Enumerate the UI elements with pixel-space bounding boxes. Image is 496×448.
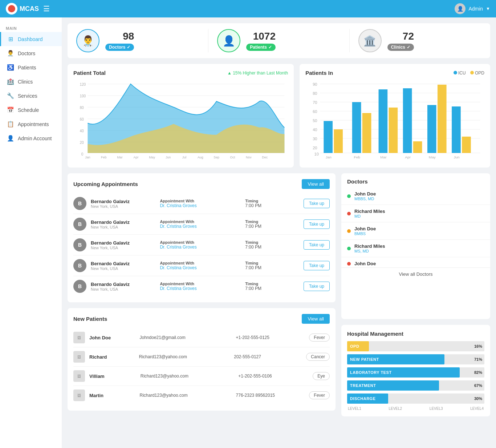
bar-fill: DISCHARGE bbox=[347, 393, 388, 404]
svg-text:Mar: Mar bbox=[117, 156, 122, 159]
take-up-button[interactable]: Take up bbox=[304, 219, 330, 229]
axis-label: LEVEL2 bbox=[389, 407, 402, 411]
bar-bg: LABORATORY TEST 82% bbox=[347, 367, 484, 378]
patient-email: Richard123@yahoo.com bbox=[140, 393, 232, 398]
patient-phone: 202-555-0127 bbox=[234, 354, 302, 359]
patient-total-subtitle: ▲ 15% Higher than Last Month bbox=[227, 70, 288, 76]
icu-legend: ICU bbox=[454, 70, 466, 76]
appt-avatar: B bbox=[73, 197, 86, 210]
appt-with: Appointment With Dr. Cristina Groves bbox=[160, 219, 241, 229]
bar-apr-icu bbox=[403, 88, 412, 153]
bar-fill: NEW PATIENT bbox=[347, 354, 444, 364]
svg-text:40: 40 bbox=[313, 128, 317, 132]
logo-text: MCAS bbox=[20, 5, 39, 13]
new-patients-card: New Patients View all 🖼 John Doe Johndoe… bbox=[68, 308, 336, 411]
sidebar-item-appointments[interactable]: 📋 Appointments bbox=[0, 117, 62, 131]
hamburger-icon[interactable]: ☰ bbox=[43, 4, 50, 13]
sidebar-item-label: Doctors bbox=[18, 51, 35, 56]
sidebar-item-dashboard[interactable]: ⊞ Dashboard bbox=[0, 32, 62, 46]
dropdown-arrow-icon[interactable]: ▼ bbox=[486, 6, 490, 11]
svg-text:20: 20 bbox=[313, 146, 317, 150]
patients-stat-circle: 👤 bbox=[217, 29, 240, 52]
sidebar-item-doctors[interactable]: 👨‍⚕️ Doctors bbox=[0, 46, 62, 60]
bar-jun-icu bbox=[452, 106, 461, 153]
svg-text:Nov: Nov bbox=[246, 156, 252, 159]
topnav-logo: MCAS bbox=[6, 3, 39, 15]
sidebar-item-clinics[interactable]: 🏥 Clinics bbox=[0, 74, 62, 89]
bar-jan-icu bbox=[324, 121, 333, 153]
new-patients-view-all-button[interactable]: View all bbox=[302, 314, 330, 324]
sidebar-item-admin[interactable]: 👤 Admin Account bbox=[0, 131, 62, 145]
patient-condition: Fever bbox=[309, 334, 330, 342]
axis-label: LEVEL1 bbox=[348, 407, 361, 411]
svg-text:May: May bbox=[149, 156, 155, 159]
appointments-title: Upcoming Appointments bbox=[73, 181, 138, 187]
svg-text:Jan: Jan bbox=[85, 156, 90, 159]
bar-feb-icu bbox=[352, 102, 361, 153]
take-up-button[interactable]: Take up bbox=[304, 199, 330, 208]
opd-legend: OPD bbox=[470, 70, 484, 76]
list-item: 🖼 Martin Richard123@yahoo.com 776-2323 8… bbox=[73, 386, 330, 405]
new-patients-list: 🖼 John Doe Johndoe21@gmail.com +1-202-55… bbox=[73, 328, 330, 405]
svg-text:Aug: Aug bbox=[198, 156, 203, 159]
appt-avatar: B bbox=[73, 218, 86, 231]
admin-label: Admin bbox=[468, 6, 483, 12]
bar-axis: LEVEL1 LEVEL2 LEVEL3 LEVEL4 bbox=[347, 407, 484, 411]
sidebar-item-patients[interactable]: ♿ Patients bbox=[0, 60, 62, 74]
take-up-button[interactable]: Take up bbox=[304, 282, 330, 291]
svg-text:Apr: Apr bbox=[134, 156, 139, 159]
list-item: Richard Miles MS, MD bbox=[341, 240, 490, 257]
appt-patient: Bernardo Galaviz New York, USA bbox=[91, 261, 155, 271]
new-patients-title: New Patients bbox=[73, 316, 107, 322]
patient-condition: Eye bbox=[313, 372, 330, 380]
logo-inner bbox=[8, 5, 15, 12]
stat-patients: 👤 1072 Patients ✓ bbox=[217, 29, 349, 52]
take-up-button[interactable]: Take up bbox=[304, 261, 330, 270]
status-dot bbox=[347, 262, 351, 266]
patient-thumb: 🖼 bbox=[73, 370, 85, 382]
bar-bg: DISCHARGE 30% bbox=[347, 393, 484, 404]
view-all-doctors-button[interactable]: View all Doctors bbox=[341, 267, 490, 280]
doctors-list: John Doe MBBS, MD Richard Miles MD bbox=[341, 187, 490, 267]
bar-apr-opd bbox=[413, 141, 422, 153]
bar-row-opd: OPD 16% bbox=[347, 341, 484, 351]
patients-in-svg: 90 80 70 60 50 40 30 20 10 bbox=[305, 80, 484, 160]
patient-total-chart-header: Patient Total ▲ 15% Higher than Last Mon… bbox=[73, 70, 288, 76]
avatar: 👤 bbox=[455, 3, 465, 14]
svg-text:80: 80 bbox=[313, 92, 317, 96]
bar-mar-opd bbox=[389, 108, 398, 153]
list-item: John Doe BMBS bbox=[341, 222, 490, 240]
bar-jun-opd bbox=[462, 137, 471, 153]
appt-timing: Timing 7:00 PM bbox=[245, 261, 299, 270]
doctors-count: 98 bbox=[105, 31, 134, 42]
appointments-list: B Bernardo Galaviz New York, USA Appoint… bbox=[73, 193, 330, 296]
svg-text:0: 0 bbox=[81, 152, 84, 156]
patient-thumb: 🖼 bbox=[73, 332, 85, 343]
appt-timing: Timing 7:00 PM bbox=[245, 240, 299, 250]
patient-total-chart-area: 120 100 80 60 40 20 0 bbox=[73, 80, 288, 162]
patient-name: Martin bbox=[89, 393, 135, 398]
appointments-view-all-button[interactable]: View all bbox=[302, 179, 330, 189]
patients-in-chart-area: 90 80 70 60 50 40 30 20 10 bbox=[305, 80, 484, 162]
svg-text:May: May bbox=[429, 156, 436, 159]
patient-name: John Doe bbox=[89, 335, 135, 340]
table-row: B Bernardo Galaviz New York, USA Appoint… bbox=[73, 214, 330, 235]
axis-label: LEVEL3 bbox=[430, 407, 443, 411]
svg-text:60: 60 bbox=[80, 117, 84, 121]
logo-icon bbox=[6, 3, 17, 15]
patient-name: Richard bbox=[89, 354, 135, 360]
sidebar-item-schedule[interactable]: 📅 Schedule bbox=[0, 103, 62, 117]
clinics-stat-circle: 🏛️ bbox=[358, 29, 382, 52]
appt-avatar: B bbox=[73, 259, 86, 272]
svg-text:120: 120 bbox=[80, 82, 86, 86]
doctor-info: Richard Miles MD bbox=[354, 209, 385, 218]
doctor-info: John Doe BMBS bbox=[354, 226, 376, 236]
doctor-info: Richard Miles MS, MD bbox=[354, 243, 385, 253]
sidebar-item-services[interactable]: 🔧 Services bbox=[0, 89, 62, 103]
appt-patient: Bernardo Galaviz New York, USA bbox=[91, 240, 155, 250]
take-up-button[interactable]: Take up bbox=[304, 240, 330, 250]
bottom-row: Upcoming Appointments View all B Bernard… bbox=[68, 173, 490, 416]
patient-email: Richard123@yahoo.com bbox=[141, 374, 234, 379]
topnav: MCAS ☰ 👤 Admin ▼ bbox=[0, 0, 496, 17]
svg-text:Feb: Feb bbox=[354, 156, 360, 159]
